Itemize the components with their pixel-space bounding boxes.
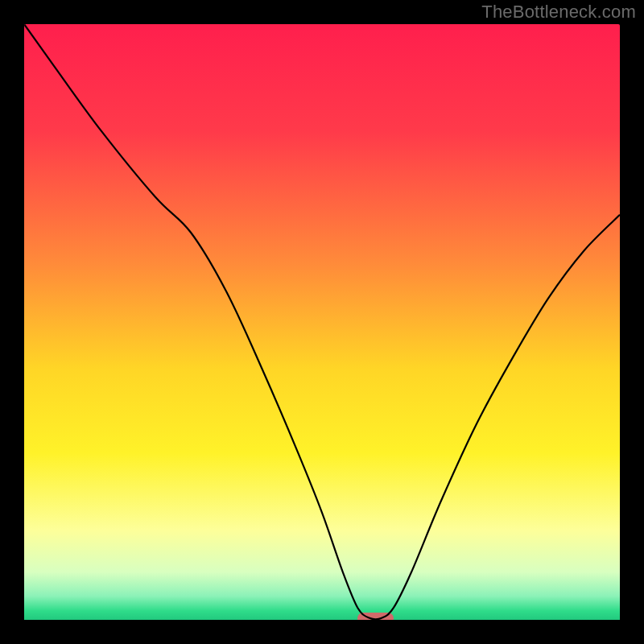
bottleneck-curve (24, 24, 620, 620)
plot-area (24, 24, 620, 620)
curve-path (24, 24, 620, 619)
chart-frame: TheBottleneck.com (0, 0, 644, 644)
watermark-label: TheBottleneck.com (481, 2, 636, 23)
